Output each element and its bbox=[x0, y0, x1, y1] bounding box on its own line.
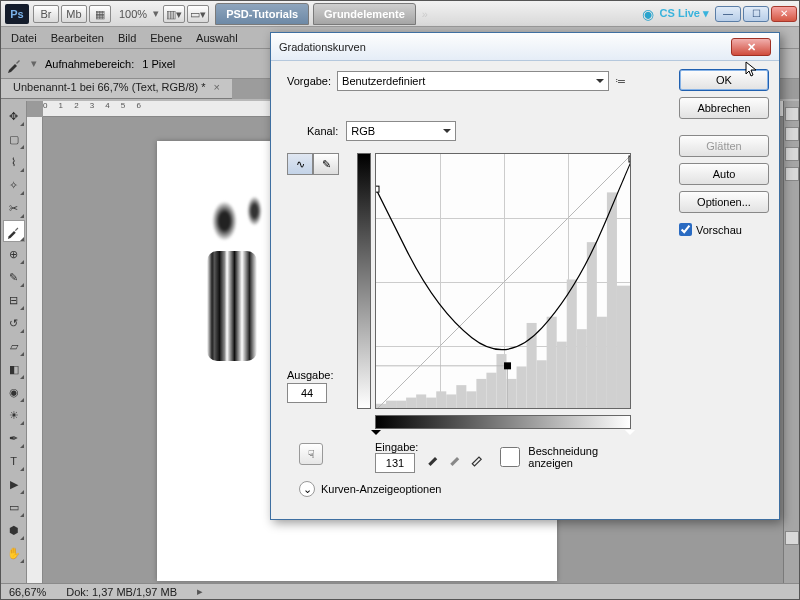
clipping-checkbox[interactable] bbox=[496, 447, 524, 467]
smooth-button[interactable]: Glätten bbox=[679, 135, 769, 157]
path-select-tool[interactable]: ▶ bbox=[3, 473, 25, 495]
svg-rect-12 bbox=[496, 354, 506, 409]
workspace-more[interactable]: » bbox=[422, 8, 428, 20]
zoom-dropdown[interactable]: ▾ bbox=[153, 7, 159, 20]
output-gradient bbox=[357, 153, 371, 409]
preview-label: Vorschau bbox=[696, 224, 742, 236]
svg-rect-30 bbox=[504, 362, 511, 369]
eyedropper-tool-icon bbox=[7, 56, 23, 72]
display-options-toggle[interactable]: ⌄ bbox=[299, 481, 315, 497]
image-content bbox=[207, 251, 257, 361]
dialog-titlebar[interactable]: Gradationskurven ✕ bbox=[271, 33, 779, 61]
hand-tool[interactable]: ✋ bbox=[3, 542, 25, 564]
zoom-level[interactable]: 66,67% bbox=[9, 586, 46, 598]
svg-rect-28 bbox=[375, 186, 379, 192]
brush-tool[interactable]: ✎ bbox=[3, 266, 25, 288]
minibridge-button[interactable]: Mb bbox=[61, 5, 87, 23]
move-tool[interactable]: ✥ bbox=[3, 105, 25, 127]
extras-button[interactable]: ▭▾ bbox=[187, 5, 209, 23]
close-doc-icon[interactable]: × bbox=[214, 81, 220, 93]
gray-eyedropper[interactable] bbox=[448, 448, 466, 466]
svg-rect-20 bbox=[577, 329, 587, 409]
svg-rect-17 bbox=[547, 317, 557, 409]
dialog-close-button[interactable]: ✕ bbox=[731, 38, 771, 56]
type-tool[interactable]: T bbox=[3, 450, 25, 472]
patch-tool[interactable]: ⊕ bbox=[3, 243, 25, 265]
shape-tool[interactable]: ▭ bbox=[3, 496, 25, 518]
dodge-tool[interactable]: ☀ bbox=[3, 404, 25, 426]
svg-rect-6 bbox=[436, 391, 446, 409]
auto-button[interactable]: Auto bbox=[679, 163, 769, 185]
workspace-tab-psdtutorials[interactable]: PSD-Tutorials bbox=[215, 3, 309, 25]
svg-rect-19 bbox=[567, 279, 577, 409]
preset-select[interactable]: Benutzerdefiniert bbox=[337, 71, 609, 91]
crop-tool[interactable]: ✂ bbox=[3, 197, 25, 219]
svg-rect-9 bbox=[466, 391, 476, 409]
clipping-label: Beschneidung anzeigen bbox=[528, 445, 610, 469]
white-eyedropper[interactable] bbox=[470, 448, 488, 466]
ok-button[interactable]: OK bbox=[679, 69, 769, 91]
screenmode-button[interactable]: ▦ bbox=[89, 5, 111, 23]
output-field[interactable] bbox=[287, 383, 327, 403]
marquee-tool[interactable]: ▢ bbox=[3, 128, 25, 150]
wand-tool[interactable]: ✧ bbox=[3, 174, 25, 196]
panel-icon[interactable] bbox=[785, 167, 799, 181]
history-brush-tool[interactable]: ↺ bbox=[3, 312, 25, 334]
panels-strip[interactable] bbox=[783, 101, 799, 583]
channel-label: Kanal: bbox=[307, 125, 338, 137]
panel-icon[interactable] bbox=[785, 147, 799, 161]
input-gradient bbox=[375, 415, 631, 429]
svg-rect-14 bbox=[517, 366, 527, 409]
menu-auswahl[interactable]: Auswahl bbox=[196, 32, 238, 44]
input-field[interactable] bbox=[375, 453, 415, 473]
svg-rect-18 bbox=[557, 342, 567, 409]
stamp-tool[interactable]: ⊟ bbox=[3, 289, 25, 311]
curve-draw-mode[interactable]: ✎ bbox=[313, 153, 339, 175]
panel-icon[interactable] bbox=[785, 531, 799, 545]
gradient-tool[interactable]: ◧ bbox=[3, 358, 25, 380]
svg-rect-11 bbox=[486, 373, 496, 409]
lasso-tool[interactable]: ⌇ bbox=[3, 151, 25, 173]
curve-point-mode[interactable]: ∿ bbox=[287, 153, 313, 175]
options-button[interactable]: Optionen... bbox=[679, 191, 769, 213]
blur-tool[interactable]: ◉ bbox=[3, 381, 25, 403]
titlebar: Ps Br Mb ▦ 100% ▾ ▥▾ ▭▾ PSD-Tutorials Gr… bbox=[1, 1, 799, 27]
targeted-adjust-tool[interactable]: ☟ bbox=[299, 443, 323, 465]
black-eyedropper[interactable] bbox=[426, 448, 444, 466]
svg-rect-23 bbox=[607, 192, 617, 409]
3d-tool[interactable]: ⬢ bbox=[3, 519, 25, 541]
curve-grid[interactable] bbox=[375, 153, 631, 409]
panel-icon[interactable] bbox=[785, 107, 799, 121]
sample-size-select[interactable]: 1 Pixel bbox=[142, 58, 232, 70]
maximize-button[interactable]: ☐ bbox=[743, 6, 769, 22]
cslive-menu[interactable]: CS Live ▾ bbox=[660, 7, 709, 20]
black-point-slider[interactable] bbox=[371, 430, 381, 440]
menu-datei[interactable]: Datei bbox=[11, 32, 37, 44]
pen-tool[interactable]: ✒ bbox=[3, 427, 25, 449]
preview-checkbox[interactable] bbox=[679, 223, 692, 236]
dialog-title: Gradationskurven bbox=[279, 41, 366, 53]
document-tab[interactable]: Unbenannt-1 bei 66,7% (Text, RGB/8) *× bbox=[1, 79, 232, 99]
svg-rect-29 bbox=[629, 156, 631, 162]
preset-menu-icon[interactable]: ≔ bbox=[615, 75, 626, 88]
menu-bild[interactable]: Bild bbox=[118, 32, 136, 44]
eraser-tool[interactable]: ▱ bbox=[3, 335, 25, 357]
sample-size-label: Aufnahmebereich: bbox=[45, 58, 134, 70]
menu-ebene[interactable]: Ebene bbox=[150, 32, 182, 44]
eyedropper-tool[interactable] bbox=[3, 220, 25, 242]
svg-rect-7 bbox=[446, 394, 456, 409]
white-point-slider[interactable] bbox=[625, 430, 635, 440]
arrange-button[interactable]: ▥▾ bbox=[163, 5, 185, 23]
svg-rect-15 bbox=[527, 323, 537, 409]
panel-icon[interactable] bbox=[785, 127, 799, 141]
svg-rect-10 bbox=[476, 379, 486, 409]
close-button[interactable]: ✕ bbox=[771, 6, 797, 22]
workspace-tab-grundelemente[interactable]: Grundelemente bbox=[313, 3, 416, 25]
minimize-button[interactable]: — bbox=[715, 6, 741, 22]
menu-bearbeiten[interactable]: Bearbeiten bbox=[51, 32, 104, 44]
preset-label: Vorgabe: bbox=[287, 75, 331, 87]
channel-select[interactable]: RGB bbox=[346, 121, 456, 141]
output-label: Ausgabe: bbox=[287, 369, 333, 381]
bridge-button[interactable]: Br bbox=[33, 5, 59, 23]
cancel-button[interactable]: Abbrechen bbox=[679, 97, 769, 119]
